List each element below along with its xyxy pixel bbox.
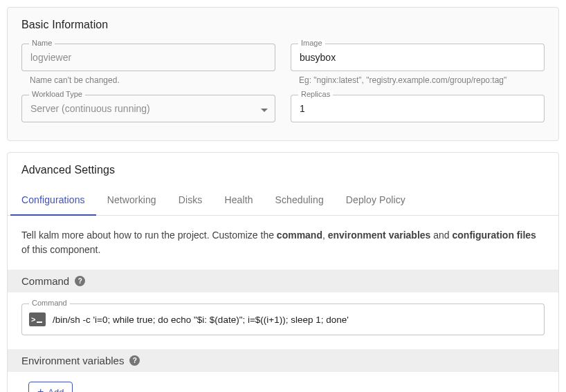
plus-icon: + [37,386,44,392]
workload-type-field[interactable]: Workload Type Server (continuous running… [21,95,275,122]
image-label: Image [298,39,325,47]
image-helper: Eg: "nginx:latest", "registry.example.co… [299,75,545,85]
tab-networking[interactable]: Networking [96,185,167,215]
tab-scheduling[interactable]: Scheduling [264,185,335,215]
command-section-header: Command ? [8,270,558,292]
command-label: Command [29,299,70,307]
advanced-tabs: Configurations Networking Disks Health S… [8,185,558,216]
image-field[interactable]: Image [291,44,545,71]
replicas-field[interactable]: Replicas [291,95,545,122]
command-field[interactable]: Command [21,304,545,335]
help-icon[interactable]: ? [129,355,140,366]
add-env-button[interactable]: + Add [28,382,73,392]
tab-configurations[interactable]: Configurations [10,185,96,215]
help-icon[interactable]: ? [75,276,85,286]
name-helper: Name can't be changed. [30,75,275,85]
advanced-settings-card: Advanced Settings Configurations Network… [7,152,559,392]
command-section-title: Command [21,275,69,287]
tab-content-configurations: Tell kalm more about how to run the proj… [8,216,558,392]
add-env-label: Add [48,387,64,393]
command-input[interactable] [51,314,544,326]
terminal-icon [29,312,46,326]
image-input[interactable] [291,44,544,71]
workload-type-label: Workload Type [29,91,85,98]
name-field: Name [21,44,275,71]
configurations-description: Tell kalm more about how to run the proj… [21,228,545,257]
basic-info-title: Basic Information [21,19,545,31]
tab-deploy-policy[interactable]: Deploy Policy [335,185,417,215]
name-input [22,44,275,71]
basic-info-card: Basic Information Name Name can't be cha… [7,7,559,141]
replicas-label: Replicas [298,91,333,98]
tab-disks[interactable]: Disks [167,185,214,215]
env-section-header: Environment variables ? [8,349,558,372]
replicas-input[interactable] [291,95,544,122]
name-label: Name [29,39,55,47]
tab-health[interactable]: Health [213,185,264,215]
workload-type-value: Server (continuous running) [22,95,275,122]
env-section-title: Environment variables [21,355,124,366]
advanced-settings-title: Advanced Settings [8,153,558,176]
